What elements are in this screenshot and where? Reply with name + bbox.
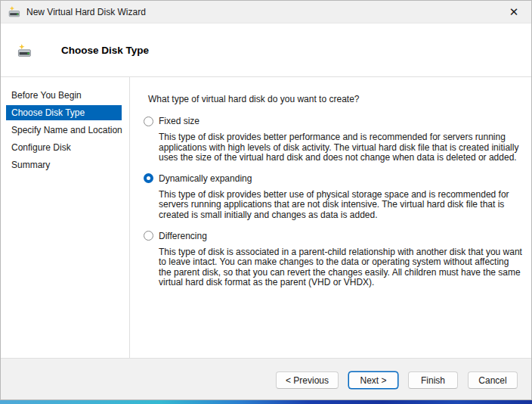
cancel-button[interactable]: Cancel [468,371,518,389]
sidebar-item-before-you-begin[interactable]: Before You Begin [6,88,122,103]
radio-icon[interactable] [144,117,153,126]
sidebar-item-configure-disk[interactable]: Configure Disk [6,140,122,155]
title-bar: New Virtual Hard Disk Wizard ✕ [1,1,531,23]
option-fixed-size: Fixed size This type of disk provides be… [144,115,523,163]
virtual-disk-icon [8,6,20,18]
radio-label[interactable]: Fixed size [159,116,200,126]
radio-differencing[interactable]: Differencing [144,230,523,242]
close-icon: ✕ [509,5,519,19]
page-content: What type of virtual hard disk do you wa… [130,77,532,358]
radio-label[interactable]: Dynamically expanding [159,173,252,184]
radio-icon[interactable] [144,231,153,241]
option-description: This type of disk provides better perfor… [159,132,523,163]
radio-icon-selected[interactable] [144,173,153,183]
wizard-steps-sidebar: Before You Begin Choose Disk Type Specif… [1,77,130,358]
finish-button[interactable]: Finish [408,371,458,389]
wizard-window: New Virtual Hard Disk Wizard ✕ Choose Di… [0,0,532,400]
footer-button-bar: < Previous Next > Finish Cancel [1,358,531,399]
previous-button[interactable]: < Previous [276,371,339,389]
question-text: What type of virtual hard disk do you wa… [148,94,523,104]
main-area: Before You Begin Choose Disk Type Specif… [1,77,531,358]
close-button[interactable]: ✕ [496,1,531,23]
virtual-disk-icon [17,44,32,58]
option-differencing: Differencing This type of disk is associ… [144,230,523,288]
page-title: Choose Disk Type [61,45,149,56]
next-button[interactable]: Next > [348,371,398,389]
radio-fixed-size[interactable]: Fixed size [144,115,523,127]
option-description: This type of disk provides better use of… [159,190,523,221]
desktop: New Virtual Hard Disk Wizard ✕ Choose Di… [0,0,532,404]
option-description: This type of disk is associated in a par… [159,247,523,288]
radio-label[interactable]: Differencing [159,231,207,241]
sidebar-item-choose-disk-type[interactable]: Choose Disk Type [6,105,122,120]
desktop-wallpaper-strip [0,400,532,404]
sidebar-item-specify-name-and-location[interactable]: Specify Name and Location [6,123,122,138]
wizard-header: Choose Disk Type [1,23,531,77]
radio-dynamically-expanding[interactable]: Dynamically expanding [144,172,523,185]
sidebar-item-summary[interactable]: Summary [6,157,122,172]
window-title: New Virtual Hard Disk Wizard [26,7,146,17]
option-dynamically-expanding: Dynamically expanding This type of disk … [144,172,523,221]
